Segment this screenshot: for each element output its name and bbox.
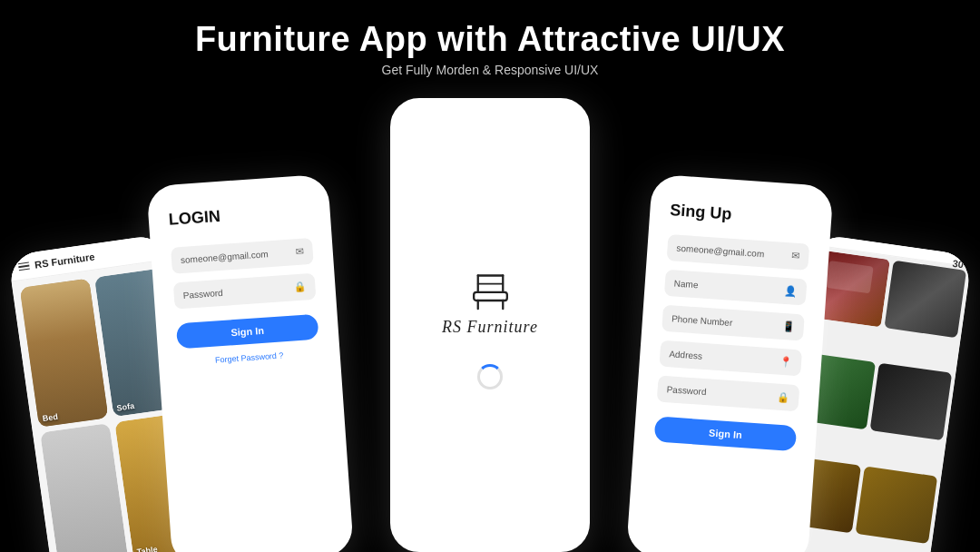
login-password-field[interactable]: Password 🔒 [173, 273, 317, 310]
signup-password-placeholder: Password [666, 384, 707, 397]
signup-email-placeholder: someone@gmail.com [676, 243, 764, 260]
loading-spinner [477, 364, 503, 389]
lock-icon: 🔒 [293, 281, 307, 293]
signup-lock-icon: 🔒 [777, 391, 790, 404]
phone-notch [463, 107, 517, 118]
phone-center: RS Furniture [390, 98, 590, 552]
login-email-field[interactable]: someone@gmail.com ✉ [171, 238, 314, 274]
gallery-item-2[interactable] [884, 261, 966, 339]
forget-password-link[interactable]: Forget Password ? [179, 349, 320, 368]
signup-address-field[interactable]: Address 📍 [659, 340, 802, 377]
email-icon: ✉ [295, 246, 304, 259]
signup-name-placeholder: Name [673, 278, 698, 290]
gallery-count-badge: 30 [952, 258, 965, 271]
signup-email-field[interactable]: someone@gmail.com ✉ [667, 234, 810, 271]
sofa-label: Sofa [116, 401, 135, 413]
signup-phone-placeholder: Phone Number [671, 313, 733, 328]
login-title: LOGIN [168, 201, 310, 230]
phone-login: LOGIN someone@gmail.com ✉ Password 🔒 Sig… [146, 174, 354, 552]
signup-phone-icon: 📱 [781, 320, 795, 333]
login-email-placeholder: someone@gmail.com [181, 249, 269, 265]
phones-container: RS Furniture Bed Sofa Chair Table [0, 125, 980, 552]
signup-title: Sing Up [670, 201, 812, 230]
gallery-item-6[interactable] [855, 466, 937, 544]
signup-person-icon: 👤 [784, 285, 798, 298]
bed-label: Bed [42, 411, 58, 422]
signup-location-icon: 📍 [779, 356, 793, 369]
signup-name-field[interactable]: Name 👤 [664, 270, 808, 306]
home-brand-label: RS Furniture [34, 251, 95, 270]
login-signin-button[interactable]: Sign In [176, 314, 319, 350]
page-subtitle: Get Fully Morden & Responsive UI/UX [0, 63, 980, 77]
login-password-placeholder: Password [182, 288, 223, 301]
home-card-bed[interactable]: Bed [20, 279, 108, 428]
home-card-chair[interactable]: Chair [40, 423, 128, 552]
signup-password-field[interactable]: Password 🔒 [657, 376, 800, 412]
signup-phone-field[interactable]: Phone Number 📱 [662, 305, 805, 341]
svg-rect-2 [474, 292, 507, 301]
chair-logo-svg [466, 261, 515, 310]
phone-signup: Sing Up someone@gmail.com ✉ Name 👤 Phone… [626, 174, 834, 552]
gallery-item-4[interactable] [869, 363, 952, 441]
signup-email-icon: ✉ [791, 250, 800, 262]
signup-signin-button[interactable]: Sign In [654, 416, 798, 451]
page-title: Furniture App with Attractive UI/UX [0, 20, 980, 59]
signup-address-placeholder: Address [669, 349, 702, 361]
center-brand-name: RS Furniture [442, 318, 538, 337]
hamburger-icon[interactable] [18, 261, 30, 271]
page-header: Furniture App with Attractive UI/UX Get … [0, 0, 980, 86]
